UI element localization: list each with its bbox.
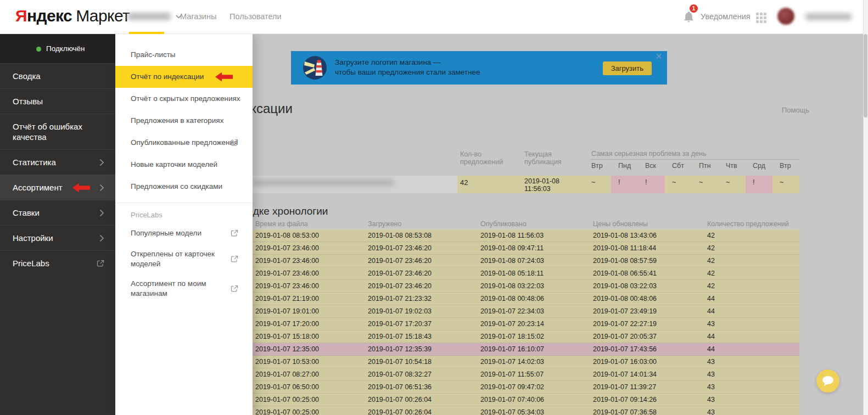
sidebar-item-settings[interactable]: Настройки (0, 225, 115, 250)
chat-button[interactable] (816, 369, 839, 392)
menu-item-new-model-cards[interactable]: Новые карточки моделей (115, 154, 253, 176)
col-problem-group: Самая серьезная проблема за день ВтрПндВ… (584, 147, 799, 175)
menu-item-label: Предложения со скидками (131, 182, 222, 192)
chronology-cell: 2019-01-08 00:48:06 (593, 295, 707, 302)
menu-item-indexing-report[interactable]: Отчёт по индексации (115, 66, 253, 88)
chronology-body: 2019-01-08 08:53:002019-01-08 08:53:0820… (245, 229, 799, 415)
feed-url-blurred (253, 180, 394, 186)
sidebar-item-quality-errors-report[interactable]: Отчёт об ошибках качества (0, 114, 115, 149)
menu-item-label: Ассортимент по моим магазинам (131, 279, 240, 299)
username-blurred (805, 13, 852, 20)
day-header: Втр (772, 162, 799, 170)
chronology-row: 2019-01-07 21:19:002019-01-07 21:23:3220… (245, 293, 799, 305)
chronology-cell: 2019-01-07 10:54:18 (368, 358, 480, 366)
sidebar-item-label: Статистика (13, 158, 56, 167)
col-address: Адрес (229, 147, 457, 175)
chronology-cell: 2019-01-07 00:26:04 (368, 408, 480, 415)
menu-section-pricelabs: PriceLabs (115, 205, 253, 222)
logo-ndeks: ндекс (27, 7, 72, 25)
chronology-cell: 2019-01-07 23:46:20 (368, 244, 480, 252)
avatar[interactable] (777, 8, 794, 25)
chronology-cell: 2019-01-07 22:27:19 (593, 320, 707, 328)
menu-item-hidden-offers-report[interactable]: Отчёт о скрытых предложениях (115, 88, 253, 110)
menu-item-published-offers[interactable]: Опубликованные предложения (115, 132, 253, 154)
red-arrow-icon (72, 183, 90, 192)
chronology-row: 2019-01-07 17:20:002019-01-07 17:20:3720… (245, 318, 799, 330)
services-grid-icon[interactable] (756, 13, 766, 23)
chronology-cell: 43 (707, 408, 799, 415)
chronology-cell: 2019-01-07 23:46:00 (245, 244, 368, 252)
chronology-cell: 2019-01-07 14:02:03 (480, 358, 593, 366)
chat-bubble-icon (822, 375, 834, 386)
chronology-row: 2019-01-07 06:50:002019-01-07 06:51:3620… (245, 381, 799, 394)
chronology-column-header: Опубликовано (480, 220, 593, 228)
chronology-cell: 2019-01-07 20:23:14 (480, 320, 593, 328)
banner-text: Загрузите логотип магазина — чтобы ваши … (335, 58, 480, 77)
scrollbar-thumb[interactable] (864, 34, 867, 117)
chronology-column-header: Загружено (368, 220, 480, 228)
menu-item-price-lists[interactable]: Прайс-листы (115, 44, 253, 66)
sidebar-item-statistics[interactable]: Статистика (0, 149, 115, 175)
sidebar-item-summary[interactable]: Сводка (0, 63, 115, 88)
menu-item-label: Откреплены от карточек моделей (131, 249, 240, 269)
help-link[interactable]: Помощь (782, 106, 809, 114)
menu-item-offers-in-categories[interactable]: Предложения в категориях (115, 110, 253, 132)
chronology-cell: 42 (707, 244, 799, 252)
sidebar-item-reviews[interactable]: Отзывы (0, 88, 115, 114)
day-ok-cell: ~ (584, 176, 611, 193)
logo-ya: Я (15, 7, 27, 25)
chronology-cell: 2019-01-07 15:18:43 (368, 333, 480, 340)
chronology-cell: 2019-01-07 07:40:06 (480, 396, 593, 403)
external-link-icon (231, 255, 238, 263)
chronology-cell: 2019-01-08 06:55:41 (593, 270, 707, 277)
top-header: ЯндексМаркет Магазины Пользователи 1 Уве… (0, 0, 868, 34)
app: Загрузите логотип магазина — чтобы ваши … (0, 0, 868, 415)
menu-item-label: Прайс-листы (131, 50, 176, 60)
sidebar-item-pricelabs[interactable]: PriceLabs (0, 250, 115, 276)
menu-item-popular-models[interactable]: Популярные модели (115, 222, 253, 244)
day-header: Сбт (665, 162, 692, 170)
chronology-row: 2019-01-07 23:46:002019-01-07 23:46:2020… (245, 280, 799, 293)
day-problem-cells: ~!!~~~!~ (584, 176, 799, 193)
menu-item-label: Предложения в категориях (131, 116, 223, 126)
sidebar-item-bids[interactable]: Ставки (0, 200, 115, 225)
chronology-cell: 2019-01-07 23:46:00 (245, 257, 368, 265)
status-label: Подключён (46, 44, 85, 53)
sidebar-item-label: Сводка (13, 71, 41, 81)
shop-selector[interactable] (127, 0, 183, 34)
external-link-icon (231, 139, 238, 147)
notifications-button[interactable]: 1 Уведомления (682, 5, 748, 29)
menu-divider (115, 203, 253, 203)
logo-market: Маркет (76, 7, 130, 25)
sidebar-item-assortment[interactable]: Ассортимент (0, 175, 115, 200)
chronology-row-alert: 2019-01-07 12:35:002019-01-07 12:35:3920… (245, 343, 799, 356)
yandex-market-logo[interactable]: ЯндексМаркет (15, 7, 130, 25)
scrollbar-track[interactable] (863, 0, 868, 415)
chronology-cell: 2019-01-07 23:46:00 (245, 270, 368, 277)
publication-time: 11:56:03 (524, 185, 584, 193)
day-header: Чтв (719, 162, 746, 170)
chronology-cell: 2019-01-07 21:23:32 (368, 295, 480, 302)
chronology-cell: 44 (707, 307, 799, 315)
menu-item-discount-offers[interactable]: Предложения со скидками (115, 176, 253, 198)
chronology-cell: 2019-01-08 13:43:06 (593, 232, 707, 239)
nav-shops[interactable]: Магазины (180, 12, 216, 21)
day-header: Пнд (611, 162, 638, 170)
menu-item-unpinned-from-cards[interactable]: Откреплены от карточек моделей (115, 244, 253, 274)
upload-logo-button[interactable]: Загрузить (603, 61, 652, 75)
chronology-cell: 2019-01-07 05:34:03 (480, 408, 593, 415)
chronology-cell: 2019-01-07 20:05:37 (593, 333, 707, 340)
col-offer-count: Кол-во предложений (457, 147, 522, 175)
nav-users[interactable]: Пользователи (229, 12, 282, 21)
chronology-cell: 2019-01-07 18:15:02 (480, 333, 593, 340)
feed-url-link[interactable]: https:/ (229, 176, 457, 193)
chronology-cell: 43 (707, 320, 799, 328)
menu-item-assortment-by-shops[interactable]: Ассортимент по моим магазинам (115, 274, 253, 304)
chevron-right-icon (99, 234, 104, 242)
close-banner-icon[interactable]: × (653, 51, 664, 61)
chronology-column-header: Время из файла (245, 220, 368, 228)
feed-summary-table: Адрес Кол-во предложений Текущая публика… (229, 147, 799, 193)
chronology-cell: 42 (707, 282, 799, 290)
chronology-row: 2019-01-07 15:18:002019-01-07 15:18:4320… (245, 330, 799, 343)
assortment-dropdown-menu: Прайс-листыОтчёт по индексацииОтчёт о ск… (115, 34, 253, 415)
